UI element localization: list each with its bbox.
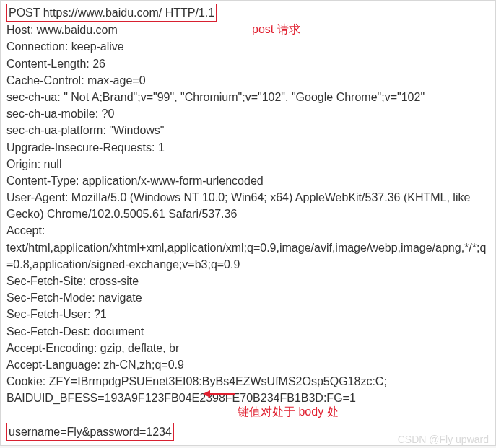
- header-line: sec-ch-ua: " Not A;Brand";v="99", "Chrom…: [6, 89, 490, 105]
- annotation-body-label: 键值对处于 body 处: [238, 405, 339, 420]
- header-line: Sec-Fetch-Site: cross-site: [6, 273, 490, 289]
- svg-marker-1: [203, 390, 210, 398]
- header-line: Upgrade-Insecure-Requests: 1: [6, 139, 490, 156]
- header-line: Connection: keep-alive: [6, 38, 490, 55]
- header-line: sec-ch-ua-platform: "Windows": [6, 122, 490, 139]
- body-line-box: username=Fly&password=1234: [6, 423, 174, 441]
- request-line: POST https://www.baidu.com/ HTTP/1.1: [9, 6, 214, 19]
- header-line: Host: www.baidu.com: [6, 22, 490, 38]
- http-text-content: POST https://www.baidu.com/ HTTP/1.1 Hos…: [1, 1, 495, 444]
- header-line: Content-Type: application/x-www-form-url…: [6, 172, 490, 189]
- header-line: Accept: text/html,application/xhtml+xml,…: [6, 222, 490, 273]
- http-request-panel: POST https://www.baidu.com/ HTTP/1.1 Hos…: [0, 0, 496, 446]
- request-body: username=Fly&password=1234: [9, 426, 172, 438]
- header-line: Content-Length: 26: [6, 56, 490, 72]
- request-line-box: POST https://www.baidu.com/ HTTP/1.1: [6, 4, 217, 22]
- header-line: sec-ch-ua-mobile: ?0: [6, 105, 490, 122]
- header-line: Origin: null: [6, 156, 490, 172]
- header-line: Sec-Fetch-Dest: document: [6, 323, 490, 340]
- annotation-post-label: post 请求: [252, 22, 300, 38]
- header-line: User-Agent: Mozilla/5.0 (Windows NT 10.0…: [6, 189, 490, 222]
- header-line: Cache-Control: max-age=0: [6, 72, 490, 89]
- watermark: CSDN @Fly upward: [398, 434, 489, 445]
- header-line: Accept-Language: zh-CN,zh;q=0.9: [6, 356, 490, 373]
- arrow-icon: [201, 387, 236, 401]
- header-line: Sec-Fetch-Mode: navigate: [6, 289, 490, 306]
- header-line: Accept-Encoding: gzip, deflate, br: [6, 340, 490, 356]
- header-line: Sec-Fetch-User: ?1: [6, 306, 490, 322]
- header-line: Cookie: ZFY=IBrmpdgPSUEnet3EI08:ByBs4EZW…: [6, 373, 490, 406]
